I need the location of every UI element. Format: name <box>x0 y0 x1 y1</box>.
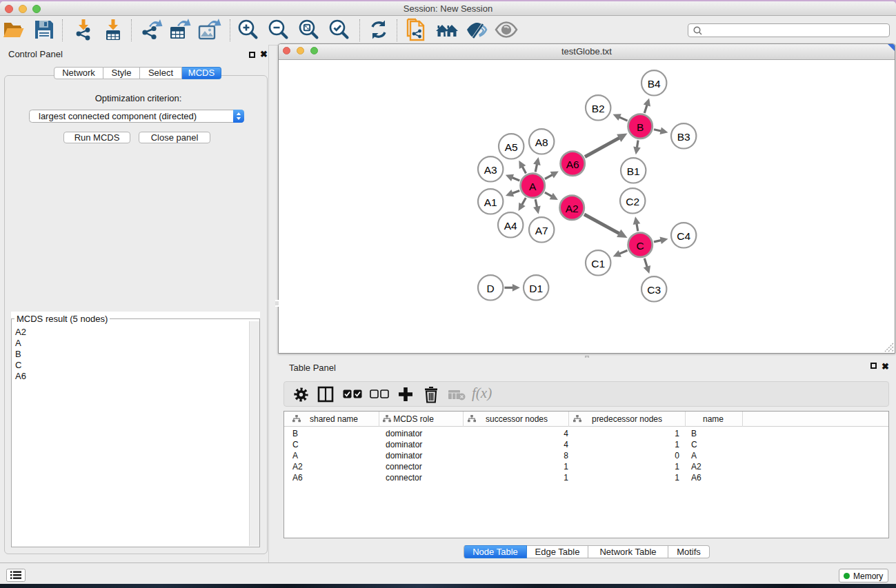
svg-text:A: A <box>529 181 537 192</box>
svg-text:D1: D1 <box>529 283 543 294</box>
svg-text:C2: C2 <box>626 196 639 207</box>
svg-text:A5: A5 <box>505 141 518 153</box>
svg-text:B: B <box>637 121 644 133</box>
svg-text:A2: A2 <box>566 203 579 214</box>
svg-text:A1: A1 <box>484 196 497 208</box>
svg-text:B1: B1 <box>627 165 640 177</box>
svg-text:B3: B3 <box>677 131 690 143</box>
svg-text:C: C <box>637 240 644 252</box>
svg-text:C3: C3 <box>647 284 661 296</box>
svg-text:A3: A3 <box>484 164 497 176</box>
svg-text:B2: B2 <box>592 103 605 114</box>
svg-text:C4: C4 <box>677 230 690 242</box>
svg-text:A8: A8 <box>535 136 548 148</box>
svg-text:D: D <box>487 283 495 294</box>
svg-text:A4: A4 <box>504 220 517 232</box>
svg-text:B4: B4 <box>648 78 661 90</box>
svg-text:C1: C1 <box>591 258 605 270</box>
svg-text:A7: A7 <box>535 225 548 236</box>
svg-text:A6: A6 <box>566 159 579 170</box>
